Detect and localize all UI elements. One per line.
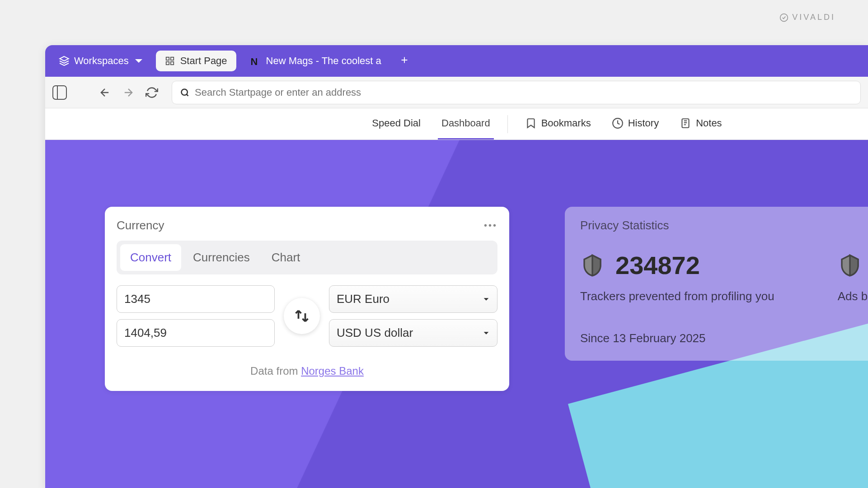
ads-label: Ads blocked (838, 288, 868, 304)
search-icon (180, 88, 189, 97)
subnav-label: History (628, 117, 659, 129)
notes-icon (680, 117, 691, 129)
widget-menu-button[interactable]: ••• (484, 220, 497, 231)
toolbar (45, 77, 868, 108)
from-currency-label: EUR Euro (337, 292, 389, 306)
shield-icon (838, 253, 862, 278)
site-icon: N (251, 56, 261, 66)
forward-button[interactable] (122, 86, 135, 99)
tab-new-mags[interactable]: N New Mags - The coolest a (242, 51, 390, 71)
tab-chart[interactable]: Chart (262, 244, 310, 271)
tab-currencies[interactable]: Currencies (183, 244, 260, 271)
svg-rect-1 (166, 57, 169, 60)
to-currency-select[interactable]: USD US dollar (329, 319, 497, 347)
svg-rect-2 (170, 57, 173, 60)
swap-icon (294, 308, 310, 324)
subnav: Speed Dial Dashboard Bookmarks History N… (45, 108, 868, 140)
data-source-link[interactable]: Norges Bank (301, 365, 364, 377)
content-area: Currency ••• Convert Currencies Chart E (45, 140, 868, 488)
privacy-widget: Privacy Statistics 234872 Trackers preve… (565, 207, 868, 361)
divider (507, 115, 508, 133)
tab-start-page[interactable]: Start Page (156, 51, 236, 71)
currency-widget-title: Currency (117, 218, 164, 232)
to-amount-input[interactable] (117, 319, 275, 347)
workspaces-label: Workspaces (74, 55, 129, 67)
tab-convert[interactable]: Convert (120, 244, 181, 271)
tab-label: New Mags - The coolest a (266, 55, 381, 67)
ads-stat: 3589 Ads blocked (838, 251, 868, 304)
subnav-label: Dashboard (441, 117, 490, 129)
chevron-down-icon (483, 296, 490, 303)
subnav-label: Notes (696, 117, 722, 129)
subnav-label: Bookmarks (541, 117, 591, 129)
swap-currencies-button[interactable] (284, 298, 320, 334)
shield-icon (580, 253, 605, 278)
svg-rect-3 (166, 62, 169, 65)
new-tab-button[interactable] (396, 51, 413, 70)
subnav-speed-dial[interactable]: Speed Dial (368, 108, 424, 139)
chevron-down-icon (133, 56, 144, 66)
currency-widget: Currency ••• Convert Currencies Chart E (105, 207, 509, 391)
subnav-dashboard[interactable]: Dashboard (438, 108, 494, 139)
from-currency-select[interactable]: EUR Euro (329, 285, 497, 313)
data-source-prefix: Data from (250, 365, 301, 377)
back-button[interactable] (99, 86, 111, 99)
svg-point-5 (182, 89, 188, 95)
brand-logo: VIVALDI (779, 13, 835, 22)
svg-rect-4 (170, 62, 173, 65)
chevron-down-icon (483, 330, 490, 337)
bookmark-icon (525, 117, 537, 129)
privacy-since-date: Since 13 February 2025 (580, 331, 868, 345)
data-source: Data from Norges Bank (117, 365, 497, 377)
to-currency-label: USD US dollar (337, 326, 413, 340)
plus-icon (399, 55, 409, 65)
address-bar[interactable] (172, 81, 861, 104)
svg-point-0 (780, 14, 788, 21)
subnav-notes[interactable]: Notes (676, 108, 725, 139)
subnav-history[interactable]: History (608, 108, 662, 139)
panel-toggle-button[interactable] (52, 85, 67, 100)
browser-window: Workspaces Start Page N New Mags - The c… (45, 45, 868, 488)
history-icon (612, 117, 624, 129)
workspaces-button[interactable]: Workspaces (52, 51, 150, 70)
currency-tabs: Convert Currencies Chart (117, 241, 497, 274)
trackers-stat: 234872 Trackers prevented from profiling… (580, 251, 774, 304)
reload-button[interactable] (145, 86, 158, 99)
tab-label: Start Page (180, 55, 227, 67)
from-amount-input[interactable] (117, 285, 275, 313)
layers-icon (59, 56, 70, 66)
trackers-label: Trackers prevented from profiling you (580, 288, 774, 304)
subnav-label: Speed Dial (372, 117, 421, 129)
grid-icon (165, 56, 175, 66)
trackers-count: 234872 (615, 251, 700, 280)
address-input[interactable] (195, 87, 852, 98)
privacy-widget-title: Privacy Statistics (580, 218, 868, 232)
tab-bar: Workspaces Start Page N New Mags - The c… (45, 45, 868, 77)
subnav-bookmarks[interactable]: Bookmarks (521, 108, 595, 139)
brand-name: VIVALDI (792, 13, 835, 22)
